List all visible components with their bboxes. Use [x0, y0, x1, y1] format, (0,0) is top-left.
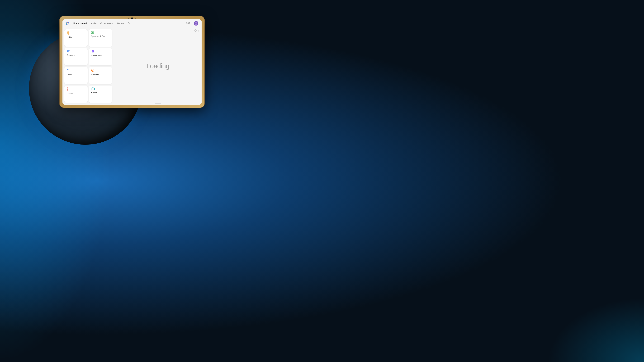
routines-label: Routines — [91, 73, 110, 76]
svg-rect-28 — [94, 89, 94, 90]
tab-home-control[interactable]: Home control — [74, 21, 87, 25]
connectivity-icon — [91, 50, 110, 53]
svg-rect-27 — [92, 89, 92, 90]
rooms-icon — [91, 87, 110, 90]
time-display: 2:49 — [186, 22, 190, 25]
loading-text: Loading — [146, 62, 169, 70]
svg-rect-29 — [195, 31, 196, 32]
svg-point-13 — [93, 52, 93, 53]
chevron-right-icon[interactable] — [198, 30, 200, 33]
cameras-icon — [67, 50, 85, 53]
bg-glow-right — [548, 298, 644, 362]
locks-label: Locks — [67, 74, 85, 76]
tile-speakers[interactable]: Speakers & TVs — [89, 29, 112, 47]
top-nav: Home control Media Communicate Games Fe.… — [62, 19, 202, 27]
speakers-icon — [91, 31, 110, 34]
camera-bar — [128, 17, 136, 19]
svg-point-17 — [92, 70, 93, 71]
svg-rect-5 — [68, 34, 68, 34]
user-avatar[interactable] — [194, 21, 198, 25]
device-grid: Lights Speakers & TVs — [62, 27, 114, 105]
panel-bulb-icon — [194, 29, 197, 33]
camera-lens — [131, 17, 133, 19]
tile-locks[interactable]: Locks — [64, 67, 88, 84]
tile-rooms[interactable]: Rooms — [89, 86, 112, 103]
tab-more[interactable]: Fe... — [128, 21, 132, 25]
device-frame: Home control Media Communicate Games Fe.… — [60, 16, 204, 108]
camera-indicator-left — [128, 18, 129, 19]
lights-label: Lights — [67, 36, 85, 38]
tab-media[interactable]: Media — [91, 21, 96, 25]
connectivity-label: Connectivity — [91, 54, 110, 57]
tile-lights[interactable]: Lights — [64, 29, 88, 47]
right-panel: Loading — [114, 27, 202, 105]
rooms-label: Rooms — [91, 91, 110, 94]
camera-indicator-right — [136, 18, 136, 19]
assistant-logo[interactable] — [66, 22, 69, 25]
tab-games[interactable]: Games — [117, 21, 124, 25]
svg-point-25 — [68, 90, 68, 90]
device-screen: Home control Media Communicate Games Fe.… — [62, 19, 202, 105]
locks-icon — [67, 69, 85, 73]
svg-rect-4 — [68, 34, 69, 34]
climate-label: Climate — [67, 92, 85, 95]
svg-marker-12 — [69, 50, 70, 52]
svg-point-15 — [68, 71, 68, 72]
scroll-indicator — [155, 103, 161, 104]
tile-routines[interactable]: Routines — [89, 67, 112, 84]
routines-icon — [91, 69, 110, 72]
tile-connectivity[interactable]: Connectivity — [89, 48, 112, 66]
climate-icon — [67, 87, 85, 91]
tab-communicate[interactable]: Communicate — [100, 21, 113, 25]
tile-cameras[interactable]: Cameras — [64, 48, 88, 66]
svg-rect-30 — [195, 32, 196, 32]
speakers-label: Speakers & TVs — [91, 35, 110, 37]
tile-climate[interactable]: Climate — [64, 86, 88, 103]
svg-point-11 — [68, 51, 68, 52]
svg-point-2 — [195, 22, 197, 24]
main-content: Lights Speakers & TVs — [62, 27, 202, 105]
panel-header — [194, 29, 200, 33]
cameras-label: Cameras — [67, 54, 85, 56]
lights-icon — [67, 31, 85, 35]
